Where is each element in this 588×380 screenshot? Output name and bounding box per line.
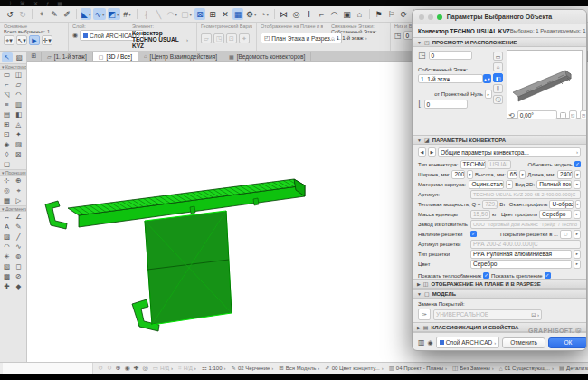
history-icon[interactable]: ◔▾: [260, 8, 270, 20]
detail-level-status[interactable]: ▤Детализирована...›: [559, 365, 588, 372]
figure-tool-icon[interactable]: ⊚: [13, 252, 24, 261]
orbit-right-icon[interactable]: ↻: [107, 365, 112, 372]
element-value[interactable]: Конвектор TECHNO USUAL KVZ: [132, 30, 185, 49]
param-page-dropdown[interactable]: Общие параметры конвектора... ›: [438, 147, 581, 157]
spline-tool-icon[interactable]: ∿: [13, 242, 24, 252]
zoom-in-icon[interactable]: ⊕: [116, 365, 121, 372]
mesh-tool-icon[interactable]: ▨: [13, 139, 24, 149]
view-tab-1[interactable]: ▱[1. 1-й этаж]: [42, 52, 93, 61]
end-tool-icon[interactable]: ▢: [1, 159, 13, 169]
cancel-button[interactable]: Отменить: [502, 337, 545, 348]
perspective-view-icon[interactable]: ◎: [1, 185, 13, 195]
pattern-tool-icon[interactable]: ▩: [1, 271, 13, 281]
shell-tool-icon[interactable]: ◠: [13, 90, 24, 100]
material-field[interactable]: Оцинк.сталь: [469, 180, 504, 189]
snap-grid-icon[interactable]: #▾: [122, 8, 133, 20]
view2d-field[interactable]: Полный показ: [536, 180, 572, 189]
plane-snap-icon[interactable]: ◣▾: [81, 8, 91, 20]
preview-info-icon[interactable]: ⓘ: [493, 95, 503, 104]
hatch-tool-icon[interactable]: ▧: [1, 261, 13, 271]
penset-status[interactable]: ✎02 Черчение›: [232, 365, 274, 372]
more-options-icon[interactable]: ✛▾: [42, 35, 52, 45]
split-icon[interactable]: ╲: [154, 8, 165, 20]
grid-view-icon[interactable]: ▦: [1, 195, 13, 205]
grille-coating-button[interactable]: ▢: [560, 230, 572, 239]
quad-view-icon[interactable]: ⊞: [27, 52, 42, 61]
section-plan-display[interactable]: ▶ ◫ ОТОБРАЖЕНИЕ НА ПЛАНЕ И В РАЗРЕЗЕ: [413, 279, 586, 289]
schedule-icon[interactable]: ⊞: [207, 8, 218, 20]
layer-combo-status[interactable]: ▥04 Проект - Планы›: [389, 365, 447, 372]
view2d-menu[interactable]: ▸: [574, 180, 581, 189]
quick-layers-icon[interactable]: ▦: [232, 8, 243, 20]
diamond-tool-icon[interactable]: ◆: [13, 281, 24, 291]
eyedropper-icon[interactable]: ✎: [49, 8, 60, 20]
cross-tool-icon[interactable]: ✚: [1, 281, 13, 291]
show-exchanger-checkbox[interactable]: ✓: [483, 272, 489, 279]
walkthrough-icon[interactable]: ▷: [13, 195, 24, 205]
undo-icon[interactable]: ↺: [5, 8, 15, 20]
line-tool-icon[interactable]: ╱: [13, 232, 24, 242]
profile-menu[interactable]: ▸: [575, 200, 581, 209]
opening-tool-icon[interactable]: ⊠: [13, 149, 24, 159]
fillet-icon[interactable]: ◠▾: [166, 8, 178, 20]
marquee-status[interactable]: ▭Н/Д›: [153, 365, 173, 372]
material-menu[interactable]: ▸: [506, 180, 513, 189]
arc-icon[interactable]: ◠: [329, 8, 340, 20]
beam-tool-icon[interactable]: ⌐: [1, 80, 13, 90]
marquee-tool-icon[interactable]: ▧: [14, 52, 25, 62]
paint-roller-icon[interactable]: ✑: [418, 309, 431, 320]
height-menu[interactable]: ▸: [519, 170, 526, 179]
override-pen-status[interactable]: ✐00 Цвет концепту...›: [325, 365, 383, 372]
own-story-select[interactable]: 1. 1-й этаж: [418, 74, 483, 83]
function-icon[interactable]: ƒ: [46, 1, 49, 6]
object-preview[interactable]: [507, 50, 583, 119]
mirror-checkbox[interactable]: [560, 112, 566, 119]
skylight-tool-icon[interactable]: ◬: [13, 119, 24, 129]
length-menu[interactable]: ▸: [574, 170, 581, 179]
window-tool-icon[interactable]: ⊞: [1, 119, 13, 129]
rotation-angle-field[interactable]: 0,00°: [517, 110, 557, 119]
grille-type-menu[interactable]: ▸: [574, 250, 581, 259]
angle-dim-tool-icon[interactable]: ∠: [13, 212, 24, 222]
grille-type-field[interactable]: РРА Рулонная алюминиевая: [470, 250, 572, 259]
wave-icon[interactable]: ⌇: [9, 1, 12, 6]
fit-view-icon[interactable]: ◎: [143, 365, 148, 372]
profile-color-field[interactable]: Серебро: [539, 210, 572, 219]
walk-icon[interactable]: ✚: [134, 365, 139, 372]
color-field[interactable]: Серебро: [470, 260, 572, 269]
marker-tool-icon[interactable]: ⊘: [13, 271, 24, 281]
graphic-override-status[interactable]: ◫Без Замены›: [452, 365, 494, 372]
edge-snap-icon[interactable]: ∿▾: [93, 8, 105, 20]
morph-tool-icon[interactable]: ◊: [1, 149, 13, 159]
settings-icon[interactable]: ⚙▾: [245, 8, 258, 20]
roof-tool-icon[interactable]: ◹: [1, 90, 13, 100]
grid-icon[interactable]: ▦: [57, 1, 62, 6]
length-field[interactable]: 2400: [557, 170, 573, 179]
object-tool-icon[interactable]: ⊡: [1, 129, 13, 139]
flag-outline-icon[interactable]: ⚐: [386, 8, 397, 20]
preview-2d-icon[interactable]: ▭: [493, 52, 503, 61]
region-tool-icon[interactable]: ◻: [13, 261, 24, 271]
section-model[interactable]: ▼ ▢ МОДЕЛЬ: [413, 289, 586, 299]
section-view-location[interactable]: ▼ ◰ ПРОСМОТР И РАСПОЛОЖЕНИЕ: [413, 37, 586, 47]
redo-icon[interactable]: ↻: [17, 8, 28, 20]
stepper-icon[interactable]: ▲▼: [483, 74, 491, 83]
align-icon[interactable]: ⋈: [279, 8, 289, 20]
image-icon[interactable]: ▣: [342, 8, 353, 20]
reference-snap-icon[interactable]: ◩▾: [108, 8, 120, 20]
select-same-icon[interactable]: ▶: [29, 35, 40, 45]
grille-checkbox[interactable]: ✓: [470, 231, 477, 237]
toolbox-section-2[interactable]: ▾ Проекции: [0, 169, 26, 176]
orbit-left-icon[interactable]: ↺: [98, 365, 103, 372]
arrow-tool-icon[interactable]: ↖: [2, 52, 13, 62]
curtain-wall-tool-icon[interactable]: ▤: [1, 109, 13, 119]
fill-tool-icon[interactable]: ▨: [1, 232, 13, 242]
footer-layer-dropdown[interactable]: Слой ARCHICAD ›: [436, 337, 500, 348]
top-elevation-field[interactable]: 0: [429, 51, 472, 60]
bottom-elevation-field[interactable]: 0: [424, 100, 468, 109]
railing-tool-icon[interactable]: ▥: [13, 100, 24, 109]
zoom-tool-icon[interactable]: ◎: [291, 8, 302, 20]
hotspot-view-icon[interactable]: ⊹: [1, 176, 13, 185]
update-model-checkbox[interactable]: ✓: [574, 161, 581, 167]
show-mount-checkbox[interactable]: ✓: [545, 272, 551, 279]
